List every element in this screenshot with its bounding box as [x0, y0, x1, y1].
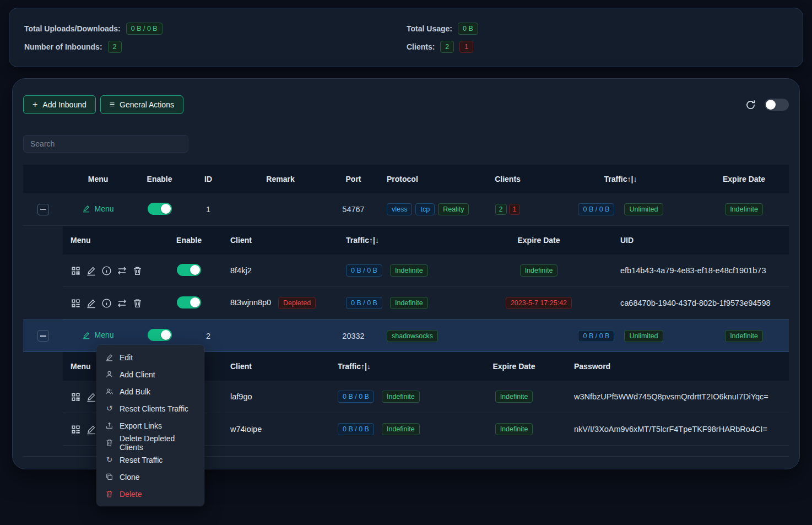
- inbound-traffic: 0 B / 0 B Unlimited: [542, 203, 699, 215]
- toolbar: + Add Inbound ≡ General Actions: [23, 95, 789, 114]
- clients-depleted-badge: 1: [509, 204, 521, 215]
- column-header-traffic: Traffic↑|↓: [329, 236, 478, 245]
- theme-toggle[interactable]: [765, 99, 789, 111]
- client-password: w3NfbzUPf5WWd745Q8pvsmQrdrttT2IO6knuI7Di…: [566, 392, 789, 401]
- menu-item-add-client[interactable]: Add Client: [96, 366, 204, 383]
- traffic-value-badge: 0 B / 0 B: [578, 330, 614, 342]
- menu-item-clone[interactable]: Clone: [96, 468, 204, 485]
- menu-item-label: Delete Depleted Clients: [120, 434, 196, 452]
- stats-left-column: Total Uploads/Downloads: 0 B / 0 B Numbe…: [24, 21, 407, 53]
- collapse-row-button[interactable]: [37, 330, 49, 342]
- qr-code-icon[interactable]: [71, 266, 81, 276]
- menu-item-reset-traffic[interactable]: ↻ Reset Traffic: [96, 451, 204, 468]
- client-expire: 2023-5-7 17:25:42: [478, 297, 599, 309]
- traffic-limit-badge: Unlimited: [624, 330, 663, 342]
- menu-item-reset-clients-traffic[interactable]: ↺ Reset Clients Traffic: [96, 400, 204, 417]
- qr-code-icon[interactable]: [71, 424, 81, 435]
- trash-icon[interactable]: [132, 298, 143, 308]
- clients-depleted-count: 1: [459, 41, 473, 53]
- client-row: 8t3wjnn8p0 Depleted 0 B / 0 B Indefinite…: [63, 287, 789, 320]
- reset-traffic-icon[interactable]: [117, 266, 127, 276]
- client-enable-toggle[interactable]: [177, 296, 201, 308]
- stat-uploads-downloads: Total Uploads/Downloads: 0 B / 0 B: [24, 21, 407, 35]
- edit-icon[interactable]: [86, 392, 96, 402]
- column-header-remark: Remark: [231, 175, 330, 183]
- transport-tag: tcp: [415, 203, 435, 215]
- clients-active-count: 2: [440, 41, 454, 53]
- trash-icon: [105, 439, 113, 447]
- column-header-menu: Menu: [63, 175, 133, 183]
- client-uid: ca68470b-1940-437d-802b-1f9573e94598: [599, 299, 789, 307]
- expand-cell: [23, 330, 63, 342]
- menu-item-label: Delete: [120, 490, 142, 499]
- total-usage-label: Total Usage:: [407, 24, 452, 33]
- inbound-expire: Indefinite: [699, 330, 789, 342]
- column-header-expire-date: Expire Date: [699, 175, 789, 183]
- add-inbound-button[interactable]: + Add Inbound: [23, 95, 96, 114]
- client-name: w74ioipe: [219, 425, 321, 434]
- qr-code-icon[interactable]: [71, 298, 81, 308]
- info-icon[interactable]: [101, 298, 112, 308]
- inbound-id: 2: [186, 332, 231, 340]
- inbounds-count-value: 2: [108, 41, 122, 53]
- inbound-expire: Indefinite: [699, 203, 789, 215]
- stats-card: Total Uploads/Downloads: 0 B / 0 B Numbe…: [9, 8, 803, 67]
- client-password: nkV/I/3XoAm9v6xMT/T5lcrF4TpeTKF98rHARbRo…: [566, 425, 789, 434]
- minus-icon: [40, 209, 46, 210]
- expire-badge: 2023-5-7 17:25:42: [506, 297, 572, 309]
- menu-item-label: Add Client: [120, 370, 155, 379]
- qr-code-icon[interactable]: [71, 392, 81, 402]
- menu-item-delete-depleted-clients[interactable]: Delete Depleted Clients: [96, 434, 204, 451]
- collapse-row-button[interactable]: [37, 204, 49, 215]
- inbound-enable-toggle[interactable]: [148, 203, 172, 215]
- client-traffic: 0 B / 0 B Indefinite: [329, 297, 478, 309]
- reset-traffic-icon[interactable]: [117, 298, 127, 308]
- column-header-password: Password: [566, 362, 789, 371]
- inbound-row-1: Menu 1 54767 vless tcp Reality 2 1 0 B /…: [23, 193, 789, 226]
- toggle-knob: [190, 265, 200, 275]
- pencil-icon: [82, 204, 90, 213]
- inbound-menu-label: Menu: [94, 331, 113, 339]
- inbound-menu-button[interactable]: Menu: [82, 331, 113, 339]
- depleted-badge: Depleted: [278, 297, 316, 309]
- clients-active-badge: 2: [495, 204, 507, 215]
- info-icon[interactable]: [101, 266, 112, 276]
- toggle-knob: [161, 330, 171, 340]
- inbound-protocol-tags: shadowsocks: [377, 330, 473, 342]
- menu-item-export-links[interactable]: Export Links: [96, 417, 204, 434]
- inbound-enable-toggle[interactable]: [148, 329, 172, 341]
- export-icon: [105, 421, 113, 430]
- general-actions-button[interactable]: ≡ General Actions: [100, 95, 183, 114]
- client-name: 8f4kj2: [219, 266, 329, 275]
- client-actions: [63, 266, 159, 276]
- edit-icon[interactable]: [86, 424, 96, 435]
- refresh-icon[interactable]: [745, 100, 756, 110]
- menu-item-delete[interactable]: Delete: [96, 485, 204, 502]
- enable-cell: [133, 329, 186, 343]
- client-actions: [63, 298, 159, 308]
- client-name: laf9go: [219, 392, 321, 401]
- clients-table-header: Menu Enable Client Traffic↑|↓ Expire Dat…: [63, 226, 789, 255]
- client-enable-toggle[interactable]: [177, 264, 201, 276]
- toggle-knob: [190, 297, 200, 307]
- edit-icon[interactable]: [86, 298, 96, 308]
- edit-icon[interactable]: [86, 266, 96, 276]
- expire-badge: Indefinite: [520, 264, 558, 277]
- traffic-value-badge: 0 B / 0 B: [338, 391, 374, 403]
- inbound-menu-button[interactable]: Menu: [82, 204, 113, 213]
- menu-item-edit[interactable]: Edit: [96, 349, 204, 366]
- toolbar-buttons: + Add Inbound ≡ General Actions: [23, 95, 183, 114]
- clients-label: Clients:: [407, 42, 435, 51]
- search-input[interactable]: [23, 135, 188, 153]
- toggle-knob: [766, 100, 776, 110]
- add-inbound-label: Add Inbound: [42, 100, 86, 109]
- users-icon: [105, 387, 113, 396]
- menu-item-label: Export Links: [120, 421, 162, 430]
- client-traffic: 0 B / 0 B Indefinite: [329, 264, 478, 277]
- client-name-cell: 8t3wjnn8p0 Depleted: [219, 297, 329, 309]
- expire-badge: Indefinite: [495, 391, 533, 403]
- trash-icon[interactable]: [132, 266, 143, 276]
- menu-item-add-bulk[interactable]: Add Bulk: [96, 383, 204, 400]
- stat-clients: Clients: 2 1: [407, 40, 478, 53]
- column-header-clients: Clients: [473, 175, 542, 183]
